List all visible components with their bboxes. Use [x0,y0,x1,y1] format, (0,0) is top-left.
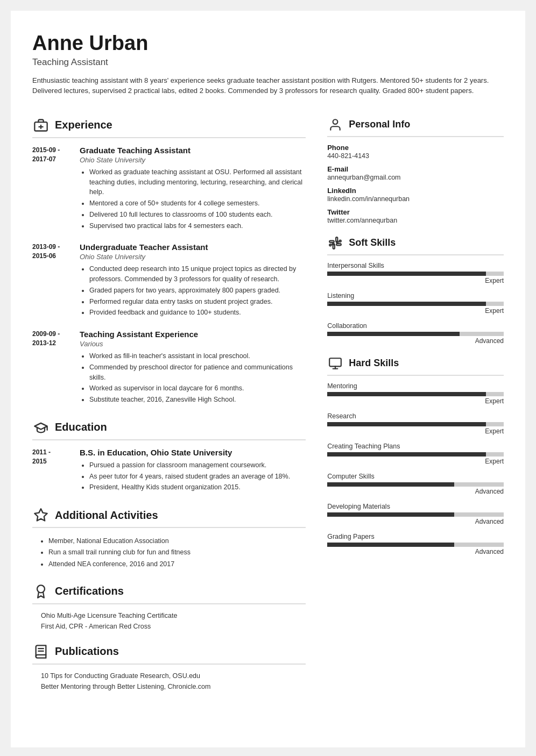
skill-bar-container [327,392,504,396]
publications-header: Publications [32,643,306,660]
additional-activities-section: Additional Activities Member, National E… [32,507,306,570]
exp-content-2: Undergraduate Teacher Assistant Ohio Sta… [80,243,306,319]
personal-info-linkedin: LinkedIn linkedin.com/in/annequrban [327,187,504,203]
bullet: Commended by preschool director for pati… [89,362,306,383]
skill-level: Expert [327,277,504,284]
personal-info-header: Personal Info [327,117,504,133]
skill-bar-container [327,272,504,276]
bullet: Mentored a core of 50+ students for 4 co… [89,198,306,209]
email-value: annequrban@gmail.com [327,174,504,181]
bullet: Provided feedback and guidance to 100+ s… [89,308,306,318]
hard-skills-header: Hard Skills [327,355,504,372]
exp-bullets-3: Worked as fill-in teacher's assistant in… [80,351,306,405]
svg-point-7 [333,119,338,124]
skill-bar-fill [327,392,486,396]
skill-bar-container [327,422,504,426]
skill-bar-fill [327,332,460,336]
exp-content-1: Graduate Teaching Assistant Ohio State U… [80,146,306,232]
skill-bar-container [327,512,504,517]
left-column: Experience 2015-09 - 2017-07 Graduate Te… [32,117,306,703]
experience-icon [32,117,50,134]
skill-level: Expert [327,458,504,465]
skill-bar-fill [327,422,486,426]
phone-label: Phone [327,144,504,152]
bullet: Supervised two practical labs for 4 seme… [89,221,306,231]
personal-info-title: Personal Info [349,119,410,130]
activity-item: Run a small trail running club for fun a… [48,547,306,558]
skill-bar-fill [327,302,486,306]
additional-activities-divider [32,527,306,528]
certifications-icon [32,583,50,600]
education-divider [32,439,306,440]
experience-title: Experience [55,119,112,131]
skill-bar-fill [327,452,486,457]
twitter-value: twitter.com/annequrban [327,217,504,224]
hard-skill-6: Grading Papers Advanced [327,533,504,555]
bullet: Worked as fill-in teacher's assistant in… [89,351,306,361]
activities-bullets-list: Member, National Education Association R… [32,536,306,570]
skill-level: Advanced [327,518,504,525]
education-icon [32,419,50,436]
skill-bar-container [327,482,504,487]
twitter-label: Twitter [327,208,504,216]
exp-content-3: Teaching Assistant Experience Various Wo… [80,330,306,406]
skill-name: Mentoring [327,382,504,390]
skill-level: Advanced [327,548,504,555]
soft-skills-title: Soft Skills [349,237,396,248]
candidate-name: Anne Urban [32,32,504,55]
publications-icon [32,643,50,660]
activities-icon [32,507,50,524]
skill-level: Expert [327,307,504,315]
skill-bar-fill [327,543,454,547]
experience-entry-3: 2009-09 - 2013-12 Teaching Assistant Exp… [32,330,306,406]
experience-section: Experience 2015-09 - 2017-07 Graduate Te… [32,117,306,406]
cert-item-1: Ohio Multi-Age Licensure Teaching Certif… [32,612,306,619]
skill-bar-container [327,543,504,547]
skill-level: Advanced [327,488,504,495]
hard-skill-1: Mentoring Expert [327,382,504,405]
experience-entry-1: 2015-09 - 2017-07 Graduate Teaching Assi… [32,146,306,232]
svg-rect-8 [329,358,341,366]
hard-skills-section: Hard Skills Mentoring Expert Research Ex… [327,355,504,555]
skill-name: Computer Skills [327,473,504,480]
personal-info-section: Personal Info Phone 440-821-4143 E-mail … [327,117,504,224]
activity-item: Member, National Education Association [48,536,306,547]
exp-date-3: 2009-09 - 2013-12 [32,330,71,406]
soft-skills-divider [327,254,504,255]
bullet: Worked as supervisor in local daycare fo… [89,383,306,394]
linkedin-label: LinkedIn [327,187,504,195]
soft-skills-icon [327,235,343,251]
skill-level: Advanced [327,337,504,345]
skill-name: Creating Teaching Plans [327,443,504,450]
bullet: Delivered 10 full lectures to classrooms… [89,210,306,220]
exp-bullets-1: Worked as graduate teaching assistant at… [80,167,306,231]
bullet: Substitute teacher, 2016, Zanesville Hig… [89,395,306,405]
skill-name: Grading Papers [327,533,504,540]
edu-content-1: B.S. in Education, Ohio State University… [80,448,306,494]
certifications-divider [32,603,306,604]
bullet: Conducted deep research into 15 unique p… [89,264,306,284]
bullet: President, Healthy Kids student organiza… [89,482,306,493]
resume-container: Anne Urban Teaching Assistant Enthusiast… [11,11,525,747]
skill-bar-container [327,452,504,457]
exp-date-1: 2015-09 - 2017-07 [32,146,71,232]
personal-info-phone: Phone 440-821-4143 [327,144,504,160]
skill-bar-container [327,332,504,336]
skill-bar-container [327,302,504,306]
hard-skills-title: Hard Skills [349,358,399,369]
header-section: Anne Urban Teaching Assistant Enthusiast… [32,32,504,107]
skill-name: Developing Materials [327,503,504,510]
skill-level: Expert [327,397,504,405]
soft-skill-2: Listening Expert [327,292,504,315]
edu-date-1: 2011 - 2015 [32,448,71,494]
soft-skill-1: Interpersonal Skills Expert [327,262,504,284]
exp-company-3: Various [80,340,306,348]
cert-item-2: First Aid, CPR - American Red Cross [32,623,306,630]
additional-activities-title: Additional Activities [55,509,158,522]
exp-job-title-1: Graduate Teaching Assistant [80,146,306,155]
hard-skill-3: Creating Teaching Plans Expert [327,443,504,465]
experience-divider [32,137,306,138]
exp-job-title-3: Teaching Assistant Experience [80,330,306,339]
activity-item: Attended NEA conference, 2016 and 2017 [48,559,306,570]
hard-skills-divider [327,375,504,376]
